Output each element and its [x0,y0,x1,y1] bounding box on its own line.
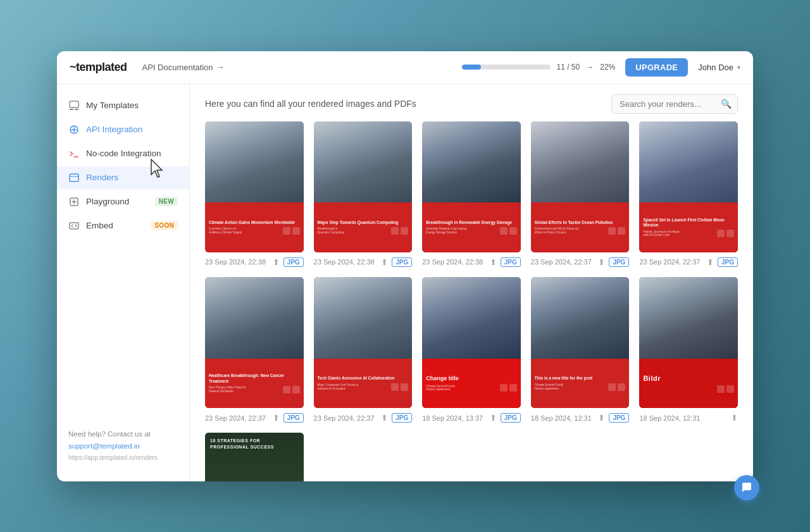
render-card[interactable]: Change title Climate Summit FundsHistori… [422,277,521,423]
render-card[interactable]: Bildr 18 Sep 2024, 12:31 ⬆ [639,277,738,423]
render-card[interactable]: Major Step Towards Quantum Computing Bre… [314,121,413,267]
render-type-badge: JPG [501,257,521,267]
content-description: Here you can find all your rendered imag… [205,99,416,109]
render-type-badge: JPG [392,257,412,267]
render-card[interactable]: Tech Giants Announce AI Collaboration Ma… [314,277,413,423]
renders-grid: Climate Action Gains Momentum Worldwide … [190,121,753,481]
chevron-down-icon: ▾ [737,64,740,71]
render-card[interactable]: Climate Action Gains Momentum Worldwide … [205,121,304,267]
download-icon[interactable]: ⬆ [490,413,497,423]
badge-new: NEW [155,197,178,206]
svg-rect-6 [70,223,78,229]
svg-rect-4 [70,174,78,182]
render-card[interactable]: SpaceX Set to Launch First Civilian Moon… [639,121,738,267]
render-thumbnail: SpaceX Set to Launch First Civilian Moon… [639,121,738,252]
download-icon[interactable]: ⬆ [273,413,280,423]
render-type-badge: JPG [284,257,304,267]
renders-row-1: Climate Action Gains Momentum Worldwide … [205,121,738,267]
sidebar-item-renders[interactable]: Renders [57,166,189,189]
api-doc-link[interactable]: API Documentation → [142,63,225,72]
template-icon [68,100,80,111]
download-icon[interactable]: ⬆ [490,257,497,267]
render-type-badge: JPG [284,413,304,423]
render-date: 18 Sep 2024, 12:31 [531,414,595,422]
download-icon[interactable]: ⬆ [381,257,388,267]
sidebar-label-embed: Embed [86,221,113,230]
render-meta: 18 Sep 2024, 12:31 ⬆ JPG [531,413,630,423]
render-thumbnail: Climate Action Gains Momentum Worldwide … [205,121,304,252]
sidebar-label-renders: Renders [86,173,118,182]
help-text: Need help? Contact us at [68,430,151,438]
sidebar-item-playground[interactable]: Playground NEW [57,190,189,213]
render-date: 23 Sep 2024, 22:38 [205,258,269,266]
api-doc-label: API Documentation [142,63,213,72]
app-header: ~templated API Documentation → 11 / 50 →… [57,51,753,84]
search-icon: 🔍 [721,99,732,109]
render-meta: 23 Sep 2024, 22:37 ⬆ JPG [205,413,304,423]
render-meta: 23 Sep 2024, 22:37 ⬆ JPG [639,257,738,267]
render-card[interactable]: Global Efforts to Tackle Ocean Pollution… [531,121,630,267]
sidebar-item-nocode-integration[interactable]: No-code Integration [57,142,189,165]
render-card[interactable]: 10 Strategies for Professional Success L… [205,433,304,481]
render-card[interactable]: This is a new title for the post Climate… [531,277,630,423]
upgrade-button[interactable]: UPGRADE [625,58,688,77]
render-card[interactable]: Breakthrough in Renewable Energy Storage… [422,121,521,267]
footer-url: https://app.templated.io/renders [68,454,158,461]
sidebar-item-api-integration[interactable]: API Integration [57,118,189,141]
chat-icon [740,481,753,494]
render-meta: 23 Sep 2024, 22:38 ⬆ JPG [205,257,304,267]
strategies-title: 10 Strategies for Professional Success [210,438,299,449]
sidebar-label-playground: Playground [86,197,129,206]
renders-row-2: Healthcare Breakthrough: New Cancer Trea… [205,277,738,423]
usage-progress: 11 / 50 → 22% [462,63,616,71]
chat-bubble[interactable] [734,475,759,500]
support-email-link[interactable]: support@templated.io [68,442,140,450]
progress-percent: 22% [600,63,615,71]
render-meta: 23 Sep 2024, 22:37 ⬆ JPG [314,413,413,423]
render-date: 23 Sep 2024, 22:38 [422,258,486,266]
sidebar-label-nocode-integration: No-code Integration [86,149,161,158]
content-header: Here you can find all your rendered imag… [190,84,753,121]
svg-rect-0 [70,101,78,108]
render-thumbnail: 10 Strategies for Professional Success L… [205,433,304,481]
download-icon[interactable]: ⬆ [273,257,280,267]
main-layout: My Templates API Integration [57,84,753,481]
render-thumbnail: Global Efforts to Tackle Ocean Pollution… [531,121,630,252]
user-menu[interactable]: John Doe ▾ [698,63,740,72]
search-wrap: 🔍 [611,94,738,114]
user-name: John Doe [698,63,733,72]
sidebar-item-my-templates[interactable]: My Templates [57,94,189,117]
progress-bar-fill [462,65,482,70]
render-type-badge: JPG [501,413,521,423]
render-date: 23 Sep 2024, 22:37 [639,258,703,266]
render-meta: 18 Sep 2024, 12:31 ⬆ [639,413,738,423]
render-type-badge: JPG [609,257,629,267]
render-date: 18 Sep 2024, 12:31 [639,414,727,422]
search-input[interactable] [611,94,738,114]
render-thumbnail: Healthcare Breakthrough: New Cancer Trea… [205,277,304,408]
playground-icon [68,196,80,207]
badge-soon: SOON [151,221,178,230]
download-icon[interactable]: ⬆ [598,413,605,423]
render-card[interactable]: Healthcare Breakthrough: New Cancer Trea… [205,277,304,423]
render-type-badge: JPG [718,257,738,267]
svg-rect-2 [75,109,78,110]
render-date: 18 Sep 2024, 13:37 [422,414,486,422]
progress-bar-wrap [462,65,551,70]
embed-icon [68,220,80,232]
svg-rect-1 [70,109,73,110]
download-icon[interactable]: ⬆ [598,257,605,267]
render-date: 23 Sep 2024, 22:37 [531,258,595,266]
render-thumbnail: Breakthrough in Renewable Energy Storage… [422,121,521,252]
render-thumbnail: Major Step Towards Quantum Computing Bre… [314,121,413,252]
download-icon[interactable]: ⬆ [381,413,388,423]
download-icon[interactable]: ⬆ [707,257,714,267]
render-thumbnail: Bildr [639,277,738,408]
render-thumbnail: Change title Climate Summit FundsHistori… [422,277,521,408]
progress-count: 11 / 50 [557,63,580,71]
sidebar-item-embed[interactable]: Embed SOON [57,214,189,237]
content-area: Here you can find all your rendered imag… [190,84,753,481]
render-type-badge: JPG [392,413,412,423]
sidebar-label-api-integration: API Integration [86,125,142,134]
download-icon[interactable]: ⬆ [731,413,738,423]
